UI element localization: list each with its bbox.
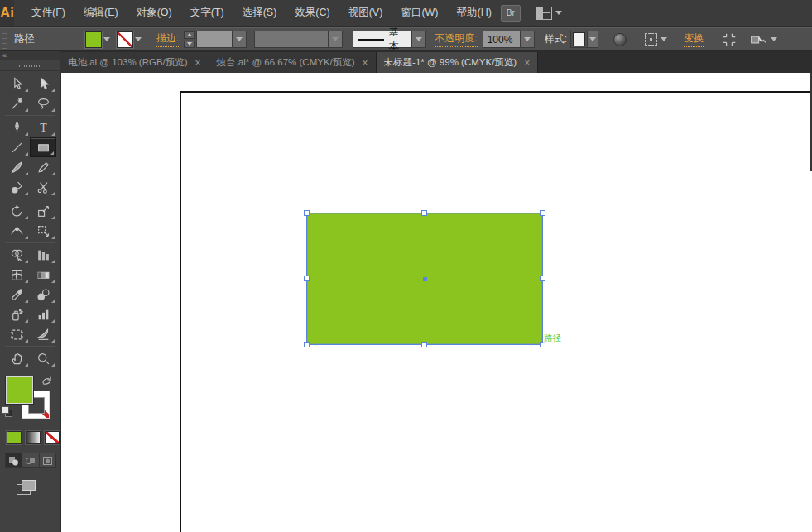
stroke-color-dropdown[interactable]	[133, 31, 143, 48]
hand-tool[interactable]	[3, 348, 30, 368]
lasso-tool[interactable]	[30, 93, 56, 113]
fill-color-control[interactable]	[85, 31, 112, 48]
blob-brush-tool[interactable]	[3, 177, 30, 197]
menu-item-edit[interactable]: 编辑(E)	[74, 1, 127, 25]
color-button[interactable]	[7, 431, 22, 444]
stroke-weight-value[interactable]	[197, 31, 232, 47]
menu-item-file[interactable]: 文件(F)	[22, 1, 74, 25]
type-tool[interactable]: T	[30, 117, 56, 137]
transform-panel-link[interactable]: 变换	[684, 31, 704, 47]
none-button[interactable]	[45, 431, 60, 444]
menu-item-view[interactable]: 视图(V)	[339, 1, 392, 25]
gradient-button[interactable]	[26, 431, 41, 444]
stroke-panel-link[interactable]: 描边:	[156, 31, 179, 47]
swap-fill-stroke-icon[interactable]	[41, 375, 53, 387]
draw-behind-button[interactable]	[22, 453, 39, 467]
draw-normal-button[interactable]	[6, 453, 22, 467]
selection-handle-sw[interactable]	[304, 342, 310, 347]
selection-handle-w[interactable]	[304, 276, 310, 281]
bridge-button[interactable]: Br	[501, 5, 521, 22]
menu-item-window[interactable]: 窗口(W)	[392, 1, 447, 25]
opacity-value[interactable]: 100%	[483, 31, 520, 47]
stroke-weight-combo[interactable]	[196, 31, 247, 48]
artboard-tool[interactable]	[3, 324, 30, 344]
tab-close-icon[interactable]: ×	[363, 57, 368, 69]
width-tool[interactable]	[3, 221, 30, 241]
pencil-tool[interactable]	[30, 157, 56, 177]
pen-tool[interactable]	[3, 117, 30, 137]
selection-tool[interactable]	[3, 74, 30, 93]
selection-handle-e[interactable]	[540, 276, 545, 281]
default-fill-stroke-icon[interactable]	[2, 406, 13, 418]
menu-item-select[interactable]: 选择(S)	[233, 1, 286, 25]
rectangle-tool[interactable]	[30, 137, 56, 157]
perspective-grid-tool[interactable]	[30, 245, 56, 265]
selected-rectangle[interactable]	[306, 213, 543, 345]
menu-item-object[interactable]: 对象(O)	[127, 1, 181, 25]
line-segment-tool[interactable]	[3, 137, 30, 157]
brush-definition-combo[interactable]: 基本	[353, 31, 426, 48]
align-icon[interactable]	[722, 32, 737, 47]
control-bar-grip[interactable]	[2, 31, 7, 49]
menu-item-effect[interactable]: 效果(C)	[286, 1, 339, 25]
free-transform-tool[interactable]	[30, 221, 56, 241]
eyedropper-tool[interactable]	[3, 285, 30, 304]
menu-item-type[interactable]: 文字(T)	[181, 1, 233, 25]
chevron-down-icon[interactable]	[771, 37, 777, 41]
tool-row	[0, 221, 60, 241]
gradient-tool[interactable]	[30, 265, 56, 285]
shape-builder-tool[interactable]	[3, 245, 30, 265]
selection-handle-s[interactable]	[421, 342, 427, 347]
rotate-tool[interactable]	[3, 201, 30, 221]
graphic-style-combo[interactable]	[570, 31, 598, 48]
opacity-combo[interactable]: 100%	[483, 31, 535, 48]
fill-proxy-swatch[interactable]	[6, 376, 33, 404]
magic-wand-tool[interactable]	[3, 93, 30, 113]
screen-mode-button[interactable]	[17, 480, 38, 498]
graphic-style-swatch[interactable]	[573, 32, 585, 46]
graphic-style-dropdown[interactable]	[587, 31, 598, 47]
draw-inside-button[interactable]	[40, 453, 55, 467]
document-tab-3[interactable]: 未标题-1* @ 99% (CMYK/预览)×	[377, 52, 539, 73]
fill-color-dropdown[interactable]	[102, 31, 112, 48]
scale-tool[interactable]	[30, 201, 56, 221]
workspace-switcher-button[interactable]	[536, 7, 562, 20]
tab-close-icon[interactable]: ×	[524, 57, 530, 69]
scissors-tool[interactable]	[30, 177, 56, 197]
zoom-tool[interactable]	[30, 348, 56, 368]
stroke-color-control[interactable]	[117, 31, 143, 48]
canvas-area[interactable]: 路径	[61, 73, 812, 532]
stepper-down-button[interactable]	[184, 41, 195, 48]
isolate-selection-icon[interactable]	[750, 32, 766, 47]
column-graph-tool[interactable]	[30, 304, 56, 324]
document-tab-1[interactable]: 电池.ai @ 103% (RGB/预览)×	[60, 52, 209, 73]
stroke-color-swatch[interactable]	[117, 31, 133, 48]
panel-drag-grip[interactable]	[0, 60, 60, 71]
panel-collapse-button[interactable]: «	[0, 51, 60, 60]
brush-definition-dropdown[interactable]	[411, 31, 425, 47]
selection-handle-nw[interactable]	[304, 210, 310, 216]
slice-tool[interactable]	[30, 324, 56, 344]
recolor-artwork-icon[interactable]	[613, 33, 627, 46]
stroke-weight-stepper[interactable]	[184, 31, 195, 48]
width-profile-combo[interactable]	[254, 31, 343, 48]
direct-selection-tool[interactable]	[30, 74, 56, 93]
chevron-down-icon[interactable]	[661, 37, 667, 41]
tab-close-icon[interactable]: ×	[195, 57, 201, 69]
document-tab-2[interactable]: 烛台.ai* @ 66.67% (CMYK/预览)×	[209, 52, 377, 73]
mesh-tool[interactable]	[3, 265, 30, 285]
selection-center-point[interactable]	[423, 277, 427, 281]
stepper-up-button[interactable]	[184, 31, 195, 39]
width-profile-dropdown[interactable]	[328, 31, 342, 47]
stroke-weight-dropdown[interactable]	[232, 31, 246, 47]
paintbrush-tool[interactable]	[3, 157, 30, 177]
selection-handle-n[interactable]	[421, 210, 427, 216]
select-options-icon[interactable]	[645, 33, 657, 46]
fill-color-swatch[interactable]	[85, 31, 102, 48]
symbol-sprayer-tool[interactable]	[3, 304, 30, 324]
opacity-dropdown[interactable]	[520, 31, 534, 47]
selection-handle-ne[interactable]	[540, 210, 545, 216]
blend-tool[interactable]	[30, 285, 56, 304]
opacity-panel-link[interactable]: 不透明度:	[435, 31, 477, 47]
menu-item-help[interactable]: 帮助(H)	[448, 1, 501, 25]
